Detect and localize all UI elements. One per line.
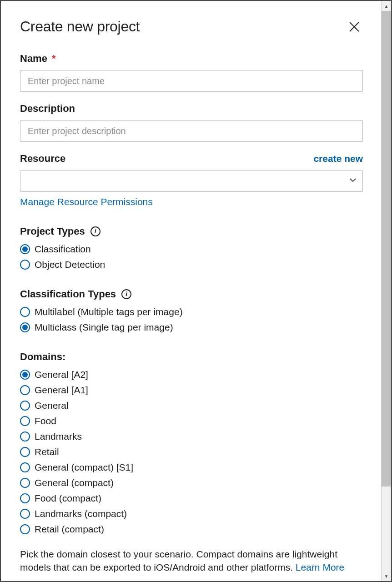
domain-option-label: General (compact)	[35, 477, 114, 488]
description-label: Description	[20, 103, 363, 115]
info-icon[interactable]: i	[90, 226, 101, 236]
domain-option-label: General (compact) [S1]	[35, 462, 133, 473]
required-marker: *	[52, 53, 56, 65]
resource-label-row: Resource create new	[20, 153, 363, 165]
domain-option-label: Landmarks (compact)	[35, 508, 127, 519]
info-icon[interactable]: i	[121, 289, 131, 299]
domains-radio-group: General [A2]General [A1]GeneralFoodLandm…	[20, 369, 363, 535]
domain-option-label: Retail	[35, 447, 59, 457]
domains-section: Domains: General [A2]General [A1]General…	[20, 351, 363, 574]
radio-icon	[20, 447, 30, 457]
resource-select-wrap	[20, 170, 363, 192]
radio-icon	[20, 385, 30, 395]
scroll-track-space[interactable]	[382, 487, 391, 571]
domains-label: Domains:	[20, 351, 363, 363]
domains-helper-text-body: Pick the domain closest to your scenario…	[20, 549, 337, 572]
domain-option-label: Food	[35, 416, 56, 426]
vertical-scrollbar[interactable]: ▲ ▼	[381, 1, 391, 581]
radio-icon	[20, 493, 30, 503]
close-button[interactable]	[346, 18, 363, 35]
radio-icon	[20, 509, 30, 519]
classification-type-option[interactable]: Multilabel (Multiple tags per image)	[20, 306, 363, 317]
domain-option[interactable]: General [A2]	[20, 369, 363, 380]
resource-label-text: Resource	[20, 153, 65, 165]
description-field-group: Description	[20, 103, 363, 142]
project-types-label-row: Project Types i	[20, 226, 363, 237]
dialog-title: Create new project	[20, 18, 140, 35]
scroll-thumb[interactable]	[382, 11, 391, 487]
domain-option[interactable]: General	[20, 400, 363, 411]
project-type-option[interactable]: Object Detection	[20, 259, 363, 270]
name-label: Name*	[20, 53, 363, 65]
description-input[interactable]	[20, 120, 363, 142]
domain-option-label: Food (compact)	[35, 493, 101, 504]
description-label-text: Description	[20, 103, 75, 115]
learn-more-link[interactable]: Learn More	[296, 562, 344, 572]
radio-icon	[20, 478, 30, 488]
scroll-up-button[interactable]: ▲	[382, 1, 391, 11]
domain-option-label: General [A2]	[35, 369, 88, 380]
radio-icon	[20, 260, 30, 270]
radio-icon	[20, 416, 30, 426]
domain-option-label: General	[35, 400, 69, 411]
radio-icon	[20, 431, 30, 442]
domain-option[interactable]: Landmarks (compact)	[20, 508, 363, 519]
classification-types-label-text: Classification Types	[20, 288, 116, 300]
radio-icon	[20, 462, 30, 472]
name-input[interactable]	[20, 70, 363, 92]
classification-type-option-label: Multiclass (Single tag per image)	[35, 322, 173, 333]
project-types-radio-group: ClassificationObject Detection	[20, 244, 363, 270]
domain-option[interactable]: Landmarks	[20, 431, 363, 442]
close-icon	[348, 21, 360, 33]
domain-option[interactable]: General [A1]	[20, 385, 363, 396]
create-project-dialog: Create new project Name*	[1, 1, 381, 581]
radio-icon	[20, 244, 30, 254]
project-type-option-label: Classification	[35, 244, 91, 255]
classification-type-option[interactable]: Multiclass (Single tag per image)	[20, 322, 363, 333]
radio-icon	[20, 401, 30, 411]
resource-select[interactable]	[20, 170, 363, 192]
classification-types-radio-group: Multilabel (Multiple tags per image)Mult…	[20, 306, 363, 333]
classification-types-section: Classification Types i Multilabel (Multi…	[20, 288, 363, 333]
project-types-section: Project Types i ClassificationObject Det…	[20, 226, 363, 270]
create-new-resource-link[interactable]: create new	[313, 153, 363, 164]
domain-option-label: Landmarks	[35, 431, 82, 442]
domain-option[interactable]: General (compact)	[20, 477, 363, 488]
manage-resource-permissions-link[interactable]: Manage Resource Permissions	[20, 196, 153, 207]
name-label-text: Name	[20, 53, 47, 65]
radio-icon	[20, 307, 30, 317]
scroll-down-button[interactable]: ▼	[382, 571, 391, 581]
domain-option[interactable]: Food	[20, 416, 363, 426]
domain-option[interactable]: Retail (compact)	[20, 524, 363, 535]
app-frame: Create new project Name*	[0, 0, 392, 582]
domains-helper-text: Pick the domain closest to your scenario…	[20, 547, 363, 574]
project-type-option-label: Object Detection	[35, 259, 105, 270]
radio-icon	[20, 370, 30, 380]
domain-option-label: Retail (compact)	[35, 524, 104, 535]
name-field-group: Name*	[20, 53, 363, 92]
resource-field-group: Resource create new Manage Resource Perm…	[20, 153, 363, 207]
classification-types-label-row: Classification Types i	[20, 288, 363, 300]
dialog-container: Create new project Name*	[1, 1, 381, 581]
domain-option-label: General [A1]	[35, 385, 88, 396]
classification-type-option-label: Multilabel (Multiple tags per image)	[35, 306, 183, 317]
domain-option[interactable]: General (compact) [S1]	[20, 462, 363, 473]
dialog-header: Create new project	[20, 18, 363, 35]
project-type-option[interactable]: Classification	[20, 244, 363, 255]
radio-icon	[20, 524, 30, 534]
project-types-label-text: Project Types	[20, 226, 85, 237]
domain-option[interactable]: Food (compact)	[20, 493, 363, 504]
domain-option[interactable]: Retail	[20, 447, 363, 457]
radio-icon	[20, 322, 30, 332]
